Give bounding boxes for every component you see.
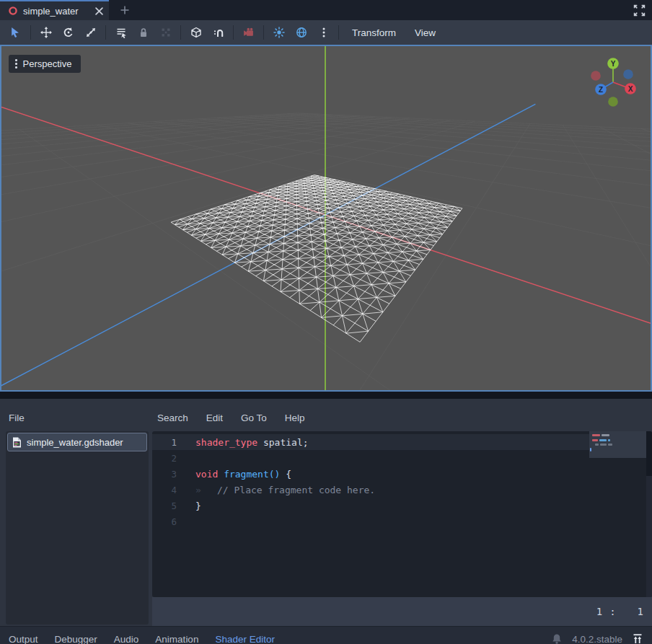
code-line[interactable]: 2 (152, 450, 652, 466)
3d-viewport[interactable]: Perspective YXZ (0, 45, 652, 392)
kebab-menu-icon (318, 27, 330, 38)
close-tab-icon[interactable] (95, 7, 103, 15)
preview-sunlight-button[interactable] (268, 22, 290, 43)
shader-menu-row: File Search Edit Go To Help (0, 406, 652, 430)
line-number: 6 (152, 516, 177, 527)
goto-menu[interactable]: Go To (241, 413, 267, 423)
svg-text:Z: Z (599, 86, 603, 94)
shader-file-name: simple_water.gdshader (27, 437, 123, 448)
view-menu[interactable]: View (405, 22, 445, 43)
perspective-button[interactable]: Perspective (9, 55, 81, 73)
select-arrow-icon (9, 27, 22, 39)
code-editor[interactable]: 1shader_type spatial;23void fragment() {… (152, 431, 652, 597)
search-menu[interactable]: Search (157, 413, 188, 423)
line-number: 5 (152, 500, 177, 511)
godot-editor-window: { "colors": { "accent": "#699ce8", "axis… (0, 0, 652, 644)
distraction-free-button[interactable] (630, 2, 648, 18)
scene-tab-icon (8, 6, 18, 16)
fullscreen-icon (633, 4, 646, 17)
file-menu[interactable]: File (9, 413, 25, 423)
cursor-separator: : (609, 606, 615, 617)
status-right: 4.0.2.stable (551, 633, 643, 644)
editor-scrollbar-thumb[interactable] (646, 431, 652, 476)
scene-tab-simple-water[interactable]: simple_water (0, 0, 109, 20)
dock-tabs: OutputDebuggerAudioAnimationShader Edito… (9, 634, 275, 644)
rotate-tool-button[interactable] (57, 22, 79, 43)
move-icon (40, 27, 52, 38)
cursor-line: 1 (596, 606, 602, 617)
scene-tab-bar: simple_water (0, 0, 652, 20)
dock-tab-audio[interactable]: Audio (114, 634, 139, 644)
plus-icon (120, 5, 130, 15)
scale-tool-button[interactable] (79, 22, 102, 43)
code-text: void fragment() { (177, 469, 291, 480)
axis-gizmo[interactable]: YXZ (581, 48, 646, 115)
line-number: 4 (152, 485, 177, 495)
code-text: shader_type spatial; (177, 437, 309, 448)
dock-tab-shader-editor[interactable]: Shader Editor (215, 634, 275, 644)
select-tool-button[interactable] (4, 22, 27, 43)
version-label[interactable]: 4.0.2.stable (572, 634, 622, 644)
perspective-label: Perspective (23, 58, 72, 69)
scene-tab-title: simple_water (23, 6, 90, 17)
code-line[interactable]: 3void fragment() { (152, 466, 652, 482)
edit-menu[interactable]: Edit (206, 413, 223, 423)
svg-text:X: X (628, 85, 633, 93)
spatial-toolbar: Transform View (0, 20, 652, 45)
use-local-space-button[interactable] (185, 22, 207, 43)
toolbar-separator (233, 25, 234, 40)
help-menu[interactable]: Help (285, 413, 305, 423)
move-tool-button[interactable] (35, 22, 57, 43)
group-selected-button[interactable] (154, 22, 177, 43)
code-minimap[interactable] (589, 431, 646, 597)
editor-status-strip: 1 : 1 (152, 597, 652, 626)
code-line[interactable]: 1shader_type spatial; (152, 434, 652, 450)
globe-icon (296, 27, 307, 38)
cursor-column: 1 (638, 606, 643, 617)
code-line[interactable]: 5} (152, 498, 652, 513)
list-select-icon (115, 27, 127, 38)
line-number: 1 (152, 437, 177, 448)
preview-camera-button[interactable] (237, 22, 260, 43)
code-line[interactable]: 4»// Place fragment code here. (152, 482, 652, 498)
code-text: »// Place fragment code here. (177, 485, 375, 495)
dock-tab-output[interactable]: Output (9, 634, 38, 644)
line-number: 2 (152, 453, 177, 464)
view-menu-dots-icon (15, 59, 17, 69)
shader-editor-panel: File Search Edit Go To Help simple_water… (0, 392, 652, 644)
dock-tab-animation[interactable]: Animation (155, 634, 198, 644)
toolbar-separator (263, 25, 264, 40)
shader-file-icon (12, 437, 22, 448)
rotate-icon (63, 27, 74, 38)
toolbar-separator (105, 25, 106, 40)
shader-file-item-selected[interactable]: simple_water.gdshader (7, 433, 147, 451)
editor-scrollbar[interactable] (646, 431, 652, 597)
group-icon (160, 27, 172, 38)
viewport-options-button[interactable] (312, 22, 335, 43)
code-menus: Search Edit Go To Help (157, 413, 305, 423)
new-tab-button[interactable] (115, 0, 134, 20)
code-line[interactable]: 6 (152, 513, 652, 529)
bottom-dock-bar: OutputDebuggerAudioAnimationShader Edito… (0, 626, 652, 644)
preview-environment-button[interactable] (290, 22, 312, 43)
minimap-visible-region (589, 431, 646, 458)
camera-icon (242, 27, 255, 39)
toolbar-separator (338, 25, 339, 40)
use-snap-button[interactable] (207, 22, 229, 43)
3d-scene[interactable] (1, 46, 651, 390)
transform-menu[interactable]: Transform (343, 22, 405, 43)
cube-icon (190, 27, 202, 38)
scale-icon (85, 27, 97, 38)
svg-text:Y: Y (611, 60, 616, 68)
code-text: } (177, 500, 201, 511)
sun-icon (273, 27, 285, 38)
code-rows: 1shader_type spatial;23void fragment() {… (152, 434, 652, 529)
expand-bottom-panel-icon[interactable] (632, 633, 643, 644)
toolbar-separator (30, 25, 31, 40)
dock-tab-debugger[interactable]: Debugger (55, 634, 97, 644)
notifications-bell-icon[interactable] (551, 633, 563, 644)
list-select-button[interactable] (110, 22, 132, 43)
lock-icon (138, 27, 149, 38)
lock-selected-button[interactable] (132, 22, 154, 43)
line-number: 3 (152, 469, 177, 480)
